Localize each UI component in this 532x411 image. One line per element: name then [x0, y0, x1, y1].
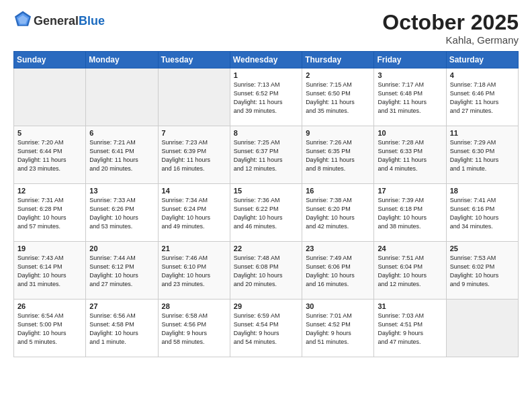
day-info: Sunrise: 7:48 AM Sunset: 6:08 PM Dayligh…	[234, 254, 298, 289]
calendar-table: SundayMondayTuesdayWednesdayThursdayFrid…	[13, 51, 519, 357]
day-number: 31	[378, 302, 442, 310]
logo-icon	[15, 11, 31, 30]
day-info: Sunrise: 7:15 AM Sunset: 6:50 PM Dayligh…	[306, 81, 370, 116]
calendar-cell	[446, 300, 518, 357]
day-number: 24	[378, 244, 442, 253]
day-header-wednesday: Wednesday	[230, 52, 302, 68]
day-number: 29	[234, 302, 298, 310]
week-row-3: 12Sunrise: 7:31 AM Sunset: 6:28 PM Dayli…	[14, 184, 519, 242]
day-number: 7	[162, 129, 226, 137]
day-info: Sunrise: 7:28 AM Sunset: 6:33 PM Dayligh…	[378, 138, 442, 173]
day-info: Sunrise: 7:23 AM Sunset: 6:39 PM Dayligh…	[162, 138, 226, 173]
days-header-row: SundayMondayTuesdayWednesdayThursdayFrid…	[14, 52, 519, 68]
week-row-5: 26Sunrise: 6:54 AM Sunset: 5:00 PM Dayli…	[14, 300, 519, 357]
day-number: 18	[450, 187, 515, 195]
day-info: Sunrise: 7:41 AM Sunset: 6:16 PM Dayligh…	[450, 196, 515, 231]
day-number: 22	[234, 244, 298, 253]
day-number: 17	[378, 187, 442, 195]
day-number: 9	[306, 129, 370, 137]
calendar-cell	[14, 68, 86, 126]
day-info: Sunrise: 7:17 AM Sunset: 6:48 PM Dayligh…	[378, 81, 442, 116]
logo: GeneralBlue	[13, 11, 105, 32]
calendar-cell: 28Sunrise: 6:58 AM Sunset: 4:56 PM Dayli…	[158, 300, 230, 357]
week-row-2: 5Sunrise: 7:20 AM Sunset: 6:44 PM Daylig…	[14, 126, 519, 184]
day-header-tuesday: Tuesday	[158, 52, 230, 68]
day-number: 13	[89, 187, 154, 195]
day-number: 21	[162, 244, 226, 253]
day-info: Sunrise: 7:53 AM Sunset: 6:02 PM Dayligh…	[450, 254, 515, 289]
day-number: 30	[306, 302, 370, 310]
calendar-cell: 6Sunrise: 7:21 AM Sunset: 6:41 PM Daylig…	[86, 126, 158, 184]
calendar-page: GeneralBlue October 2025 Kahla, Germany …	[0, 0, 532, 411]
calendar-cell: 19Sunrise: 7:43 AM Sunset: 6:14 PM Dayli…	[14, 242, 86, 300]
day-info: Sunrise: 7:01 AM Sunset: 4:52 PM Dayligh…	[306, 312, 370, 347]
calendar-cell: 4Sunrise: 7:18 AM Sunset: 6:46 PM Daylig…	[446, 68, 518, 126]
calendar-cell: 27Sunrise: 6:56 AM Sunset: 4:58 PM Dayli…	[86, 300, 158, 357]
day-number: 1	[234, 71, 298, 79]
day-info: Sunrise: 7:38 AM Sunset: 6:20 PM Dayligh…	[306, 196, 370, 231]
calendar-cell	[86, 68, 158, 126]
logo-general-text: General	[34, 14, 79, 28]
day-info: Sunrise: 7:44 AM Sunset: 6:12 PM Dayligh…	[89, 254, 154, 289]
day-info: Sunrise: 7:25 AM Sunset: 6:37 PM Dayligh…	[234, 138, 298, 173]
day-number: 23	[306, 244, 370, 253]
day-header-monday: Monday	[86, 52, 158, 68]
calendar-cell: 10Sunrise: 7:28 AM Sunset: 6:33 PM Dayli…	[374, 126, 446, 184]
logo-blue-text: Blue	[79, 14, 105, 28]
day-number: 3	[378, 71, 442, 79]
day-number: 12	[17, 187, 82, 195]
calendar-cell: 30Sunrise: 7:01 AM Sunset: 4:52 PM Dayli…	[302, 300, 374, 357]
location-title: Kahla, Germany	[382, 34, 519, 46]
day-info: Sunrise: 7:49 AM Sunset: 6:06 PM Dayligh…	[306, 254, 370, 289]
day-number: 10	[378, 129, 442, 137]
day-info: Sunrise: 6:54 AM Sunset: 5:00 PM Dayligh…	[17, 312, 82, 347]
calendar-cell: 21Sunrise: 7:46 AM Sunset: 6:10 PM Dayli…	[158, 242, 230, 300]
calendar-cell: 2Sunrise: 7:15 AM Sunset: 6:50 PM Daylig…	[302, 68, 374, 126]
day-info: Sunrise: 7:18 AM Sunset: 6:46 PM Dayligh…	[450, 81, 515, 116]
calendar-cell: 16Sunrise: 7:38 AM Sunset: 6:20 PM Dayli…	[302, 184, 374, 242]
day-number: 2	[306, 71, 370, 79]
day-number: 8	[234, 129, 298, 137]
calendar-cell: 26Sunrise: 6:54 AM Sunset: 5:00 PM Dayli…	[14, 300, 86, 357]
calendar-cell: 25Sunrise: 7:53 AM Sunset: 6:02 PM Dayli…	[446, 242, 518, 300]
day-info: Sunrise: 7:31 AM Sunset: 6:28 PM Dayligh…	[17, 196, 82, 231]
day-info: Sunrise: 6:58 AM Sunset: 4:56 PM Dayligh…	[162, 312, 226, 347]
day-info: Sunrise: 7:51 AM Sunset: 6:04 PM Dayligh…	[378, 254, 442, 289]
day-number: 25	[450, 244, 515, 253]
day-header-friday: Friday	[374, 52, 446, 68]
calendar-cell: 22Sunrise: 7:48 AM Sunset: 6:08 PM Dayli…	[230, 242, 302, 300]
day-number: 16	[306, 187, 370, 195]
day-info: Sunrise: 6:59 AM Sunset: 4:54 PM Dayligh…	[234, 312, 298, 347]
calendar-cell: 11Sunrise: 7:29 AM Sunset: 6:30 PM Dayli…	[446, 126, 518, 184]
calendar-cell: 1Sunrise: 7:13 AM Sunset: 6:52 PM Daylig…	[230, 68, 302, 126]
day-info: Sunrise: 7:21 AM Sunset: 6:41 PM Dayligh…	[89, 138, 154, 173]
day-info: Sunrise: 6:56 AM Sunset: 4:58 PM Dayligh…	[89, 312, 154, 347]
week-row-4: 19Sunrise: 7:43 AM Sunset: 6:14 PM Dayli…	[14, 242, 519, 300]
day-number: 4	[450, 71, 515, 79]
day-header-thursday: Thursday	[302, 52, 374, 68]
day-info: Sunrise: 7:13 AM Sunset: 6:52 PM Dayligh…	[234, 81, 298, 116]
day-info: Sunrise: 7:46 AM Sunset: 6:10 PM Dayligh…	[162, 254, 226, 289]
day-info: Sunrise: 7:36 AM Sunset: 6:22 PM Dayligh…	[234, 196, 298, 231]
calendar-cell: 13Sunrise: 7:33 AM Sunset: 6:26 PM Dayli…	[86, 184, 158, 242]
day-info: Sunrise: 7:33 AM Sunset: 6:26 PM Dayligh…	[89, 196, 154, 231]
day-header-sunday: Sunday	[14, 52, 86, 68]
page-header: GeneralBlue October 2025 Kahla, Germany	[13, 11, 519, 46]
title-block: October 2025 Kahla, Germany	[382, 11, 519, 46]
calendar-cell: 15Sunrise: 7:36 AM Sunset: 6:22 PM Dayli…	[230, 184, 302, 242]
day-number: 28	[162, 302, 226, 310]
day-info: Sunrise: 7:29 AM Sunset: 6:30 PM Dayligh…	[450, 138, 515, 173]
day-number: 5	[17, 129, 82, 137]
calendar-cell: 7Sunrise: 7:23 AM Sunset: 6:39 PM Daylig…	[158, 126, 230, 184]
day-info: Sunrise: 7:34 AM Sunset: 6:24 PM Dayligh…	[162, 196, 226, 231]
day-number: 14	[162, 187, 226, 195]
calendar-cell	[158, 68, 230, 126]
day-number: 15	[234, 187, 298, 195]
calendar-cell: 31Sunrise: 7:03 AM Sunset: 4:51 PM Dayli…	[374, 300, 446, 357]
day-info: Sunrise: 7:43 AM Sunset: 6:14 PM Dayligh…	[17, 254, 82, 289]
calendar-cell: 29Sunrise: 6:59 AM Sunset: 4:54 PM Dayli…	[230, 300, 302, 357]
day-info: Sunrise: 7:20 AM Sunset: 6:44 PM Dayligh…	[17, 138, 82, 173]
day-info: Sunrise: 7:39 AM Sunset: 6:18 PM Dayligh…	[378, 196, 442, 231]
day-header-saturday: Saturday	[446, 52, 518, 68]
calendar-cell: 9Sunrise: 7:26 AM Sunset: 6:35 PM Daylig…	[302, 126, 374, 184]
